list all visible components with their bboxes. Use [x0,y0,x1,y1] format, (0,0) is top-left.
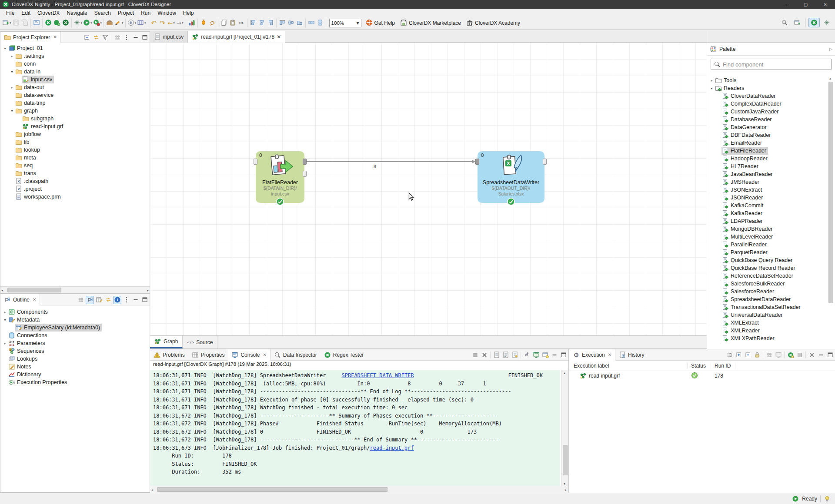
output-port[interactable] [543,159,547,165]
tree-item-notes[interactable]: Notes [0,363,150,371]
scroll-up-icon[interactable]: ▴ [564,371,565,375]
new-chart-button[interactable] [187,18,196,28]
lasso-button[interactable] [208,18,217,28]
paste-button[interactable] [228,18,237,28]
tree-item-xmlreader[interactable]: XMLReader [707,327,824,335]
window-new-button[interactable] [792,18,803,27]
tree-item-classpath[interactable]: X.classpath [0,177,150,185]
frames-button[interactable]: ▾ [137,18,147,28]
palette-search-input[interactable]: Find component [711,59,832,70]
tree-item-datagenerator[interactable]: DataGenerator [707,123,824,131]
tree-item-databasereader[interactable]: DatabaseReader [707,116,824,123]
tree-item-jsonextract[interactable]: JSONExtract [707,186,824,194]
minimize-button[interactable] [817,351,825,359]
tree-item-kafkareader[interactable]: KafkaReader [707,209,824,217]
tab-project-explorer[interactable]: Project Explorer ✕ [0,32,61,43]
scroll-right-icon[interactable]: ▸ [565,488,567,492]
tree-item-mongodbreader[interactable]: MongoDBReader [707,225,824,233]
tree-item-read-input-grf[interactable]: read-input.grf [0,123,150,130]
tree-item-transactionaldatasetreader[interactable]: TransactionalDataSetReader [707,303,824,311]
tree-item-kafkacommit[interactable]: KafkaCommit [707,202,824,209]
align-center-button[interactable] [257,18,266,28]
tab-outline[interactable]: Outline ✕ [0,294,40,305]
tree-item-salesforcereader[interactable]: SalesforceReader [707,288,824,295]
output-port-0[interactable] [303,159,307,165]
expand-arrow-icon[interactable]: ▸ [2,310,8,314]
tab-source[interactable]: </> Source [183,336,217,348]
academy-button[interactable]: CloverDX Academy [464,18,523,28]
tree-item-meta[interactable]: meta [0,154,150,162]
tab-regex-tester[interactable]: Regex Tester [321,349,367,361]
console-link[interactable]: SPREADSHEET DATA WRITER [341,372,414,378]
tab-history[interactable]: History [615,349,648,361]
tree-item-ldapreader[interactable]: LDAPReader [707,217,824,225]
open-console-button[interactable] [32,18,41,28]
output-port-1[interactable] [303,171,307,177]
align-left-button[interactable] [249,18,257,28]
menu-edit[interactable]: Edit [18,9,34,17]
clear-button[interactable] [480,351,488,359]
maximize-button[interactable] [140,296,149,304]
scroll-down-icon[interactable]: ▾ [564,482,565,486]
tree-item-metadata[interactable]: ▾Metadata [0,316,150,324]
tree-item-spreadsheetdatareader[interactable]: SpreadsheetDataReader [707,295,824,303]
tab-data-inspector[interactable]: Data Inspector [271,349,321,361]
back-button[interactable]: ←▾ [167,18,176,28]
pin-button[interactable] [523,351,531,359]
tree-item-data-in[interactable]: ▾data-in [0,68,150,76]
collapse-arrow-icon[interactable]: ▾ [2,46,8,50]
tree-item-flatfilereader[interactable]: FlatFileReader [707,147,824,155]
run-button[interactable]: ▾ [83,18,93,28]
tree-item-emailreader[interactable]: EmailReader [707,139,824,147]
scroll-left-icon[interactable]: ◂ [151,488,153,492]
tab-graph[interactable]: Graph [150,336,183,348]
minimize-button[interactable] [131,296,140,304]
tree-item-lib[interactable]: lib [0,138,150,146]
dim-monitor-button[interactable] [774,351,782,359]
maximize-button[interactable] [559,351,568,359]
column-execution-label[interactable]: Execution label [569,363,688,369]
menu-search[interactable]: Search [91,9,114,17]
menu-run[interactable]: Run [137,9,154,17]
scroll-right-icon[interactable]: ▸ [147,288,149,292]
distribute-h-button[interactable] [307,18,316,28]
column-run-id[interactable]: Run ID [711,363,735,369]
column-status[interactable]: Status [688,363,711,369]
marker-button[interactable]: ▾ [114,18,124,28]
clover-run-button[interactable] [44,18,53,28]
tab-console[interactable]: Console✕ [228,349,270,361]
tree-item-referencedatasetreader[interactable]: ReferenceDataSetReader [707,272,824,280]
view-menu-button[interactable] [122,296,130,304]
tree-item-xmlxpathreader[interactable]: XMLXPathReader [707,335,824,342]
tree-item-salesforcebulkreader[interactable]: SalesforceBulkReader [707,280,824,288]
expand-arrow-icon[interactable]: ▸ [9,54,15,58]
download-button[interactable]: ▾ [127,18,137,28]
view-menu-button[interactable] [122,33,130,42]
get-help-button[interactable]: Get Help [363,18,397,28]
expand-arrow-icon[interactable]: ▸ [2,342,8,345]
tree-item-quickbase-query-reader[interactable]: QuickBase Query Reader [707,256,824,264]
new-console-button[interactable] [541,351,549,359]
notification-icon[interactable] [824,495,831,502]
tree-item-tools[interactable]: ▸Tools [707,76,824,84]
dim-people-button[interactable] [77,296,85,304]
tree-item-settings[interactable]: ▸.settings [0,52,150,60]
zoom-combobox[interactable]: 100% ▼ [329,19,361,27]
collapse-all-button[interactable] [83,33,91,42]
tree-item-parquetreader[interactable]: ParquetReader [707,249,824,256]
tree-item-xmlextract[interactable]: XMLExtract [707,319,824,327]
tree-item-project-01[interactable]: ▾Project_01 [0,44,150,52]
new-button[interactable]: ▾ [2,18,12,28]
execution-row[interactable]: read-input.grf 178 [569,371,835,381]
briefcase-button[interactable] [105,18,114,28]
tree-item-lookup[interactable]: lookup [0,146,150,154]
collapse-plain-button[interactable] [744,351,752,359]
redo-button[interactable]: ↷ [158,18,167,28]
lock-button[interactable] [753,351,761,359]
console-hscrollbar[interactable]: ◂ ▸ [150,486,568,493]
maximize-window-button[interactable]: ▢ [796,0,815,9]
save-all-button[interactable] [20,18,29,28]
tree-item-connections[interactable]: Connections [0,332,150,339]
tree-view-button[interactable] [86,296,94,304]
project-explorer-hscrollbar[interactable]: ◂ ▸ [0,286,150,293]
